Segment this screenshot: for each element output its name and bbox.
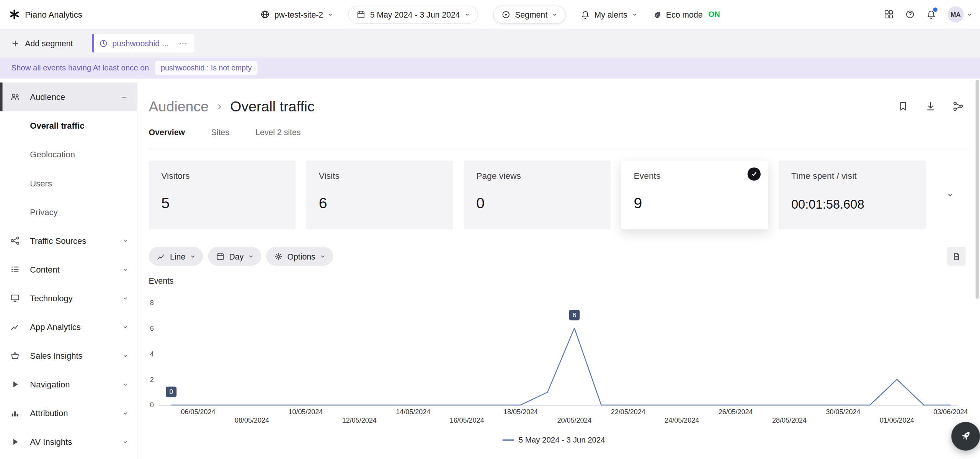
tab-sites[interactable]: Sites [211,127,229,137]
chevron-down-icon [122,266,128,272]
traffic-sources-icon [10,236,23,246]
kpi-card-page-views[interactable]: Page views 0 [464,161,611,230]
options-dropdown[interactable]: Options [266,247,333,266]
kpi-card-visits[interactable]: Visits 6 [306,161,453,230]
notification-dot [933,8,938,12]
scrollbar[interactable] [976,80,979,299]
chevron-down-icon [320,253,325,259]
sidebar-item-label: Technology [30,294,115,303]
topbar-controls: pw-test-site-2 5 May 2024 - 3 Jun 2024 [260,5,720,23]
segment-chip-label: pushwooshid ... [112,38,168,47]
my-alerts[interactable]: My alerts [581,10,637,19]
kpi-label: Events [634,171,756,181]
sidebar-item-technology[interactable]: Technology [0,284,137,312]
kpi-label: Time spent / visit [791,171,913,181]
eco-mode-toggle[interactable]: Eco mode ON [652,10,720,19]
export-data-icon[interactable] [947,247,965,266]
segment-label: Segment [515,10,547,19]
plus-icon [11,39,19,47]
eco-mode-label: Eco mode [666,10,703,19]
navigation-play-icon [10,379,23,389]
date-range-picker[interactable]: 5 May 2024 - 3 Jun 2024 [348,5,478,23]
legend-label: 5 May 2024 - 3 Jun 2024 [519,436,605,444]
x-axis-tick: 16/05/2024 [450,416,484,424]
legend-line-swatch [502,439,513,441]
kpi-card-time-spent[interactable]: Time spent / visit 00:01:58.608 [779,161,926,230]
sidebar-item-users[interactable]: Users [0,169,137,198]
add-segment-button[interactable]: Add segment [11,38,73,47]
assistant-rocket-button[interactable] [951,422,980,451]
tab-level-2-sites[interactable]: Level 2 sites [255,127,301,137]
sidebar-item-label: Navigation [30,380,115,389]
topbar-actions: MA [884,6,973,22]
page-actions [897,101,964,112]
audience-icon [10,92,23,102]
sidebar-item-privacy[interactable]: Privacy [0,198,137,226]
kpi-card-visitors[interactable]: Visitors 5 [149,161,296,230]
selected-check-icon [748,168,761,181]
kpi-collapse-chevron-icon[interactable] [947,191,954,198]
bookmark-icon[interactable] [897,101,908,112]
calendar-icon [356,10,366,19]
sidebar-item-overall-traffic[interactable]: Overall traffic [0,111,137,140]
download-icon[interactable] [925,101,936,112]
audience-submenu: Overall traffic Geolocation Users Privac… [0,111,137,226]
apps-grid-icon[interactable] [884,9,894,19]
y-axis-tick: 8 [141,299,154,306]
globe-icon [260,9,270,19]
x-axis-tick: 28/05/2024 [772,416,807,424]
applied-segment-chip[interactable]: pushwooshid ... ⋯ [91,34,194,52]
granularity-dropdown[interactable]: Day [208,247,261,266]
sales-insights-icon [10,351,23,361]
chart-type-dropdown[interactable]: Line [149,247,203,266]
filter-description: Show all events having At least once on [11,64,149,73]
filter-banner: Show all events having At least once on … [0,57,980,79]
calendar-icon [216,252,225,261]
segment-selector[interactable]: Segment [493,5,565,23]
kpi-label: Visits [319,171,441,181]
chevron-down-icon [632,11,637,17]
share-icon[interactable] [952,101,964,112]
filter-condition-chip[interactable]: pushwooshid : Is not empty [155,61,257,75]
options-value: Options [287,252,315,261]
top-bar: Piano Analytics pw-test-site-2 5 May 2 [0,0,980,29]
sidebar-item-audience[interactable]: Audience [0,83,137,111]
chart-plot-area[interactable]: 5 May 2024 - 3 Jun 2024 0246806/05/20240… [150,274,957,425]
sidebar: Audience Overall traffic Geolocation Use… [0,79,137,459]
notifications-bell-icon[interactable] [926,9,936,19]
user-menu[interactable]: MA [947,6,972,22]
chevron-down-icon [122,324,128,330]
sidebar-item-app-analytics[interactable]: App Analytics [0,312,137,341]
sidebar-item-label: Traffic Sources [30,236,115,245]
sidebar-item-navigation[interactable]: Navigation [0,370,137,399]
sidebar-item-attribution[interactable]: Attribution [0,399,137,428]
breadcrumb-parent[interactable]: Audience [149,95,209,118]
piano-logo-icon [9,9,20,20]
brand[interactable]: Piano Analytics [9,9,82,20]
x-axis-tick: 03/06/2024 [933,408,968,416]
tab-overview[interactable]: Overview [149,127,185,137]
sidebar-item-label: Audience [30,92,113,101]
sidebar-item-traffic-sources[interactable]: Traffic Sources [0,226,137,255]
sidebar-item-geolocation[interactable]: Geolocation [0,140,137,169]
sidebar-item-av-insights[interactable]: AV Insights [0,428,137,456]
leaf-icon [652,10,662,19]
sidebar-item-label: Content [30,265,115,274]
sidebar-item-label: Sales Insights [30,351,115,360]
rocket-icon [959,430,972,443]
kpi-card-events[interactable]: Events 9 [621,161,768,230]
segment-more-menu[interactable]: ⋯ [179,38,188,48]
breadcrumb-separator-icon: › [217,95,221,118]
site-selector[interactable]: pw-test-site-2 [260,9,333,19]
x-axis-tick: 26/05/2024 [719,408,753,416]
kpi-cards: Visitors 5 Visits 6 Page views 0 Events … [149,161,970,230]
chart-type-value: Line [170,252,185,261]
sidebar-item-content[interactable]: Content [0,255,137,284]
sidebar-item-sales-insights[interactable]: Sales Insights [0,341,137,370]
kpi-value: 9 [634,194,756,212]
gear-icon [274,252,283,261]
report-tabs: Overview Sites Level 2 sites [149,127,970,149]
chevron-down-icon [464,11,470,17]
sidebar-item-label: App Analytics [30,322,115,332]
help-icon[interactable] [905,9,915,19]
